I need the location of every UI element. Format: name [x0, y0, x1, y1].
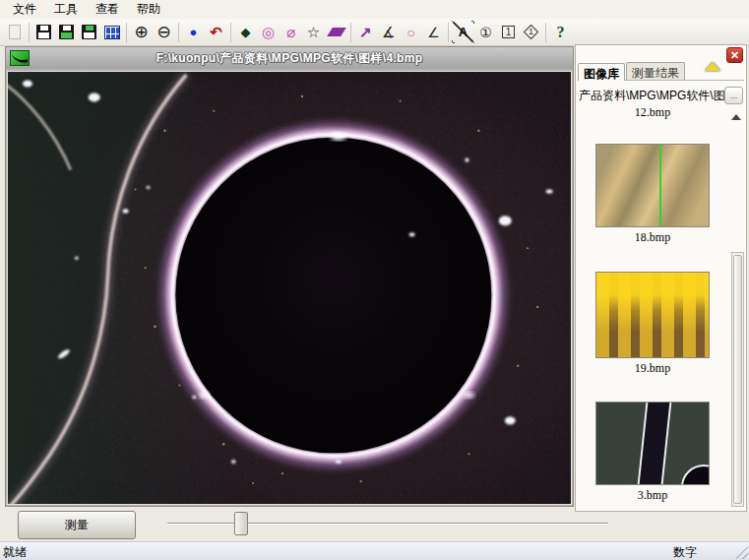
library-path-row: 产品资料\MPG\MPG软件\图样 ... — [579, 85, 743, 106]
point-tool-icon[interactable]: ● — [182, 21, 205, 43]
thumbnail-scrollbar[interactable] — [731, 252, 744, 507]
toolbar-separator — [350, 23, 351, 42]
thumbnail-label: 18.bmp — [577, 230, 728, 245]
browse-button[interactable]: ... — [724, 87, 743, 104]
thumbnail-label: 12.bmp — [577, 108, 728, 119]
toolbar-separator — [448, 23, 449, 42]
zoom-out-icon[interactable]: ⊖ — [153, 21, 175, 43]
resize-grip[interactable] — [735, 546, 748, 559]
library-path: 产品资料\MPG\MPG软件\图样 — [579, 88, 724, 104]
grid-table-icon[interactable] — [100, 21, 123, 43]
microscope-image-canvas[interactable] — [7, 71, 572, 505]
thumbnail-image[interactable] — [595, 402, 710, 485]
image-viewer-window: F:\kuonpu\产品资料\MPG\MPG软件\图样\4.bmp — [5, 46, 574, 507]
parallelogram-tool-icon[interactable] — [325, 21, 347, 43]
star-tool-icon[interactable]: ☆ — [302, 21, 325, 43]
status-bar: 就绪 数字 — [0, 541, 749, 560]
angle-arrow-tool-icon[interactable]: ∡ — [377, 21, 400, 43]
status-text: 就绪 — [3, 544, 27, 560]
toolbar-separator — [230, 23, 231, 42]
help-icon[interactable]: ? — [549, 21, 572, 43]
thumbnail-list: 12.bmp 18.bmp 19.bmp 3.bmp — [577, 108, 728, 510]
toolbar-separator — [29, 23, 30, 42]
zoom-slider[interactable] — [167, 507, 608, 540]
label-box-icon[interactable]: 1 — [497, 21, 520, 43]
scroll-up-icon[interactable] — [731, 114, 741, 120]
ellipse-tool-icon[interactable]: ○ — [400, 21, 422, 43]
toolbar: ⊕ ⊖ ● ↶ ◆ ◎ ⌀ ☆ ↗ ∡ ○ ∠ A ① 1 1 ? — [0, 19, 749, 46]
menu-file[interactable]: 文件 — [4, 0, 45, 20]
close-icon[interactable]: ✕ — [726, 47, 743, 63]
new-document-icon[interactable] — [3, 21, 26, 43]
list-item[interactable]: 3.bmp — [577, 402, 728, 503]
toolbar-separator — [545, 23, 546, 42]
tab-measurement-results[interactable]: 测量结果 — [626, 62, 685, 80]
undo-icon[interactable]: ↶ — [205, 21, 227, 43]
arrow-line-tool-icon[interactable]: ↗ — [354, 21, 377, 43]
list-item[interactable]: 19.bmp — [577, 272, 728, 376]
radius-tool-icon[interactable]: ⌀ — [280, 21, 302, 43]
list-item[interactable]: 18.bmp — [577, 144, 728, 245]
thumbnail-label: 3.bmp — [577, 488, 728, 503]
panel-tabs: 图像库 测量结果 — [578, 62, 744, 81]
label-diamond-icon[interactable]: 1 — [520, 21, 542, 43]
zoom-in-icon[interactable]: ⊕ — [130, 21, 153, 43]
library-panel: ✕ 图像库 测量结果 产品资料\MPG\MPG软件\图样 ... 12.bmp … — [575, 44, 747, 512]
thumbnail-image[interactable] — [595, 272, 710, 358]
save-icon[interactable] — [32, 21, 55, 43]
thumbnail-label: 19.bmp — [577, 361, 728, 376]
menu-help[interactable]: 帮助 — [128, 0, 169, 20]
microscope-image — [8, 72, 571, 504]
text-tool-icon[interactable]: A — [452, 21, 474, 43]
eject-icon[interactable] — [705, 48, 722, 63]
menu-bar: 文件 工具 查看 帮助 — [0, 0, 749, 19]
thumbnail-image[interactable] — [595, 144, 710, 227]
list-item[interactable]: 12.bmp — [577, 108, 728, 119]
menu-view[interactable]: 查看 — [87, 0, 128, 20]
scrollbar-thumb[interactable] — [733, 255, 742, 504]
image-window-titlebar: F:\kuonpu\产品资料\MPG\MPG软件\图样\4.bmp — [6, 47, 573, 69]
save-green-icon[interactable] — [78, 21, 100, 43]
diamond-tool-icon[interactable]: ◆ — [234, 21, 257, 43]
concentric-circles-tool-icon[interactable]: ◎ — [257, 21, 280, 43]
angle-tool-icon[interactable]: ∠ — [422, 21, 445, 43]
slider-thumb[interactable] — [234, 512, 248, 535]
save-as-green-icon[interactable] — [55, 21, 78, 43]
menu-tools[interactable]: 工具 — [45, 0, 87, 20]
measure-button[interactable]: 测量 — [18, 511, 136, 539]
label-circle-icon[interactable]: ① — [474, 21, 497, 43]
tab-image-library[interactable]: 图像库 — [578, 63, 625, 81]
image-window-title: F:\kuonpu\产品资料\MPG\MPG软件\图样\4.bmp — [6, 50, 573, 67]
toolbar-separator — [178, 23, 179, 42]
toolbar-separator — [126, 23, 127, 42]
status-mode: 数字 — [673, 544, 697, 560]
